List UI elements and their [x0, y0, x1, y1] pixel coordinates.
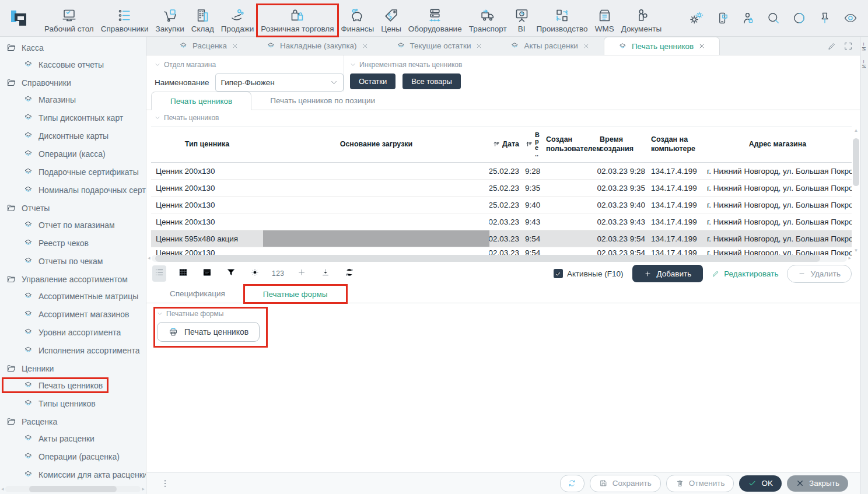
table-row-2[interactable]: Ценник 200x13025.02.239:4002.03.23 9:401… [151, 197, 852, 213]
menu-item-desktop[interactable]: Рабочий стол [41, 5, 97, 36]
print-price-tags-button[interactable]: Печать ценников [157, 322, 260, 342]
tree-group-3[interactable]: Управление ассортиментом [0, 271, 146, 288]
collapsed-panel-0[interactable]: –И [861, 43, 867, 52]
close-button[interactable]: Закрыть [787, 475, 848, 492]
table-row-1[interactable]: Ценник 200x13025.02.239:3502.03.23 9:351… [151, 180, 852, 197]
tree-group-4[interactable]: Ценники [0, 360, 146, 377]
table-row-4[interactable]: Ценник 595x480 акция02.03.239:5402.03.23… [151, 230, 852, 247]
scroll-right-icon[interactable]: ▸ [848, 255, 851, 261]
feedback-chat-icon[interactable] [715, 11, 729, 25]
menu-item-bi[interactable]: BI [510, 5, 533, 36]
close-tab-icon[interactable] [698, 43, 705, 50]
refresh-button[interactable] [560, 475, 584, 492]
settings-gears-icon[interactable] [690, 11, 704, 25]
checkbox-checked-icon[interactable] [554, 269, 563, 278]
col-header-computer[interactable]: Создан на компьютере [649, 135, 704, 153]
tree-item-1-2[interactable]: Дисконтные карты [0, 127, 146, 145]
tree-item-5-2[interactable]: Комиссии для акта расценки [0, 466, 146, 484]
col-header-user[interactable]: Создан пользователем [544, 135, 597, 153]
col-header-basis[interactable]: Основание загрузки [263, 140, 489, 149]
card-view-icon[interactable] [200, 265, 214, 282]
eye-icon[interactable] [844, 11, 858, 25]
export-download-icon[interactable] [318, 265, 332, 282]
ok-button[interactable]: OK [739, 475, 782, 492]
col-header-date[interactable]: Дата [489, 140, 523, 149]
search-icon[interactable] [766, 11, 780, 25]
table-view-icon[interactable] [176, 265, 190, 282]
tree-item-3-1[interactable]: Ассортимент магазинов [0, 306, 146, 324]
pin-icon[interactable] [818, 11, 832, 25]
delete-button[interactable]: Удалить [787, 265, 852, 283]
filter-icon[interactable] [224, 265, 238, 282]
menu-item-prices[interactable]: Цены [377, 5, 405, 36]
grid-settings-gear-icon[interactable] [248, 265, 262, 282]
print-tab-1[interactable]: Печать ценников по позиции [251, 92, 394, 110]
tree-item-1-0[interactable]: Магазины [0, 91, 146, 109]
close-tab-icon[interactable] [583, 43, 590, 50]
menu-item-purchases[interactable]: Закупки [152, 5, 188, 36]
add-column-icon[interactable] [295, 265, 309, 282]
tree-item-1-4[interactable]: Подарочные сертификаты [0, 163, 146, 181]
tree-item-5-1[interactable]: Операции (расценка) [0, 448, 146, 466]
list-view-icon[interactable] [152, 265, 166, 282]
tree-item-3-3[interactable]: Исполнения ассортимента [0, 342, 146, 360]
menu-item-wms[interactable]: WMS [592, 5, 618, 36]
user-lock-icon[interactable] [741, 11, 755, 25]
store-name-select[interactable]: Гипер-Фьюжен [215, 73, 344, 92]
doc-tab-0[interactable]: Расценка [165, 37, 253, 55]
table-row-0[interactable]: Ценник 200x13025.02.239:2802.03.23 9:281… [151, 163, 852, 180]
tree-group-2[interactable]: Отчеты [0, 199, 146, 216]
menu-item-retail[interactable]: Розничная торговля [257, 5, 337, 36]
detail-tab-1[interactable]: Печатные формы [244, 285, 347, 303]
close-tab-icon[interactable] [362, 43, 369, 50]
close-tab-icon[interactable] [475, 43, 482, 50]
scroll-left-icon[interactable]: ◂ [148, 255, 150, 261]
incremental-button-0[interactable]: Остатки [350, 73, 396, 89]
sidebar-horizontal-scrollbar[interactable]: ◂ ▸ [0, 485, 146, 493]
table-vertical-scrollbar[interactable]: ▲ ▼ [852, 128, 860, 254]
tree-item-2-1[interactable]: Реестр чеков [0, 234, 146, 253]
table-horizontal-scrollbar[interactable]: ◂ ▸ [148, 254, 851, 262]
scrollbar-thumb[interactable] [853, 138, 859, 186]
menu-item-documents[interactable]: Документы [618, 5, 666, 36]
scroll-right-icon[interactable]: ▸ [142, 486, 145, 492]
col-header-address[interactable]: Адрес магазина [704, 140, 852, 149]
scrollbar-thumb[interactable] [155, 255, 821, 262]
add-button[interactable]: Добавить [632, 265, 704, 282]
edit-button[interactable]: Редактировать [712, 269, 778, 278]
store-section-header[interactable]: Отдел магазина [155, 61, 344, 69]
doc-tab-3[interactable]: Акты расценки [496, 37, 603, 55]
detail-tab-0[interactable]: Спецификация [151, 285, 244, 303]
tree-item-5-0[interactable]: Акты расценки [0, 430, 146, 448]
refresh-loop-icon[interactable] [342, 265, 356, 282]
table-row-3[interactable]: Ценник 200x13002.03.239:4302.03.23 9:431… [151, 213, 852, 230]
tree-group-5[interactable]: Расценка [0, 413, 146, 430]
tree-group-1[interactable]: Справочники [0, 74, 146, 91]
col-header-time[interactable]: Вре.. [523, 132, 544, 157]
collapsed-panel-1[interactable]: –И [861, 60, 867, 69]
tree-group-0[interactable]: Касса [0, 39, 146, 56]
menu-item-finance[interactable]: Финансы [338, 5, 378, 36]
menu-item-sales[interactable]: Продажи [218, 5, 257, 36]
tree-item-2-2[interactable]: Отчеты по чекам [0, 253, 146, 271]
scroll-down-icon[interactable]: ▼ [854, 248, 859, 254]
tree-item-2-0[interactable]: Отчет по магазинам [0, 216, 146, 234]
history-clock-icon[interactable] [792, 11, 806, 25]
doc-tab-1[interactable]: Накладные (закупка) [253, 37, 383, 55]
save-button[interactable]: Сохранить [590, 475, 661, 492]
expand-fullscreen-icon[interactable] [844, 41, 853, 51]
tree-item-1-1[interactable]: Типы дисконтных карт [0, 109, 146, 127]
incremental-section-header[interactable]: Инкрементная печать ценников [350, 61, 860, 69]
tree-item-1-5[interactable]: Номиналы подарочных сертифика [0, 181, 146, 199]
active-f10-checkbox[interactable]: Активные (F10) [554, 269, 624, 278]
cancel-button[interactable]: Отменить [666, 475, 734, 492]
scrollbar-thumb[interactable] [29, 486, 116, 492]
scroll-left-icon[interactable]: ◂ [1, 486, 4, 492]
table-section-header[interactable]: Печать ценников [155, 114, 860, 122]
close-tab-icon[interactable] [232, 43, 239, 50]
edit-pencil-icon[interactable] [827, 41, 836, 51]
print-tab-0[interactable]: Печать ценников [151, 92, 251, 110]
col-header-created[interactable]: Время создания [597, 135, 649, 153]
tree-item-4-1[interactable]: Типы ценников [0, 395, 146, 413]
print-forms-header[interactable]: Печатные формы [157, 310, 260, 318]
